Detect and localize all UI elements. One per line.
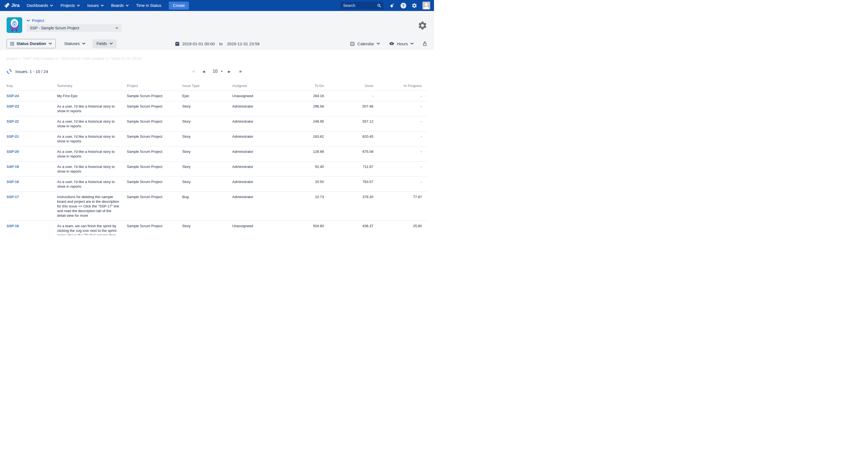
issue-type-cell: Story <box>182 146 232 162</box>
project-avatar <box>7 17 22 33</box>
chevron-down-icon <box>126 5 129 7</box>
create-button[interactable]: Create <box>169 2 189 10</box>
column-header-in-progress: In Progress <box>380 84 427 91</box>
column-header-summary: Summary <box>57 84 127 91</box>
hours-dropdown[interactable]: Hours <box>389 41 414 46</box>
prev-page-icon[interactable]: ◀ <box>202 70 205 73</box>
project-cell: Sample Scrum Project <box>127 192 182 221</box>
chevron-down-icon <box>101 5 104 7</box>
issue-key-link[interactable]: SSP-18 <box>7 180 19 184</box>
issue-row: SSP-18As a user, I'd like a historical s… <box>7 177 427 192</box>
issue-key-cell: SSP-24 <box>7 91 57 101</box>
calendar-dropdown[interactable]: Calendar <box>350 41 380 46</box>
done-cell: 507.48 <box>331 101 380 116</box>
jira-time-in-status-page: Jira DashboardsProjectsIssuesBoardsTime … <box>0 0 434 235</box>
issue-type-cell: Story <box>182 177 232 192</box>
chevron-down-icon <box>82 42 85 45</box>
issue-key-link[interactable]: SSP-22 <box>7 120 19 124</box>
assignee-cell: Administrator <box>232 177 296 192</box>
announcements-icon[interactable] <box>390 3 395 8</box>
issue-key-cell: SSP-22 <box>7 116 57 131</box>
nav-item-dashboards[interactable]: Dashboards <box>27 3 53 8</box>
inprogress-cell: - <box>380 177 427 192</box>
issue-key-link[interactable]: SSP-21 <box>7 134 19 139</box>
project-label: Project <box>32 19 44 23</box>
search-icon[interactable] <box>377 3 381 9</box>
date-range-picker[interactable]: 2019-01-01 00:00 to 2020-12-31 23:59 <box>175 41 259 46</box>
statuses-dropdown[interactable]: Statuses <box>64 41 85 46</box>
todo-cell: 284.16 <box>296 91 331 101</box>
todo-cell: 128.98 <box>296 146 331 162</box>
issue-key-cell: SSP-19 <box>7 162 57 177</box>
inprogress-cell: - <box>380 131 427 146</box>
project-select[interactable]: SSP - Sample Scrum Project <box>27 24 122 32</box>
issue-key-cell: SSP-23 <box>7 101 57 116</box>
first-page-icon[interactable]: « <box>192 69 195 73</box>
issue-row: SSP-20As a user, I'd like a historical s… <box>7 146 427 162</box>
issue-key-link[interactable]: SSP-16 <box>7 224 19 228</box>
column-header-project: Project <box>127 84 182 91</box>
done-cell: 620.45 <box>331 131 380 146</box>
jira-logo[interactable]: Jira <box>4 3 20 8</box>
settings-gear-icon[interactable] <box>411 3 417 8</box>
table-header-row: KeySummaryProjectIssue TypeAssigneeTo Do… <box>7 84 427 91</box>
report-content: project = "SSP" AND created >= "2019-01-… <box>0 57 434 235</box>
assignee-cell: Administrator <box>232 162 296 177</box>
chevron-down-icon <box>115 27 118 29</box>
nav-menu: DashboardsProjectsIssuesBoardsTime in St… <box>27 3 169 8</box>
last-page-icon[interactable]: » <box>239 69 242 73</box>
statuses-label: Statuses <box>64 41 80 46</box>
report-header-band: Project SSP - Sample Scrum Project <box>0 11 434 50</box>
nav-item-projects[interactable]: Projects <box>60 3 80 8</box>
project-cell: Sample Scrum Project <box>127 221 182 235</box>
inprogress-cell: - <box>380 116 427 131</box>
report-settings-gear-icon[interactable] <box>417 21 427 33</box>
user-avatar[interactable] <box>423 2 430 9</box>
refresh-icon[interactable] <box>7 69 12 74</box>
issue-row: SSP-24My First EpicSample Scrum ProjectE… <box>7 91 427 101</box>
project-cell: Sample Scrum Project <box>127 162 182 177</box>
issue-key-link[interactable]: SSP-20 <box>7 149 19 154</box>
report-type-button[interactable]: Status Duration <box>7 39 56 48</box>
summary-cell: My First Epic <box>57 91 127 101</box>
inprogress-cell: 77.87 <box>380 192 427 221</box>
project-cell: Sample Scrum Project <box>127 101 182 116</box>
fields-dropdown[interactable]: Fields <box>93 39 117 48</box>
chevron-down-icon <box>110 42 113 45</box>
export-icon[interactable] <box>422 41 427 46</box>
issue-key-link[interactable]: SSP-19 <box>7 165 19 169</box>
next-page-icon[interactable]: ▶ <box>228 70 230 73</box>
inprogress-cell: - <box>380 101 427 116</box>
nav-item-label: Boards <box>111 3 124 8</box>
todo-cell: 10.73 <box>296 192 331 221</box>
issue-row: SSP-21As a user, I'd like a historical s… <box>7 131 427 146</box>
assignee-cell: Unassigneed <box>232 221 296 235</box>
issues-table: KeySummaryProjectIssue TypeAssigneeTo Do… <box>7 84 427 235</box>
nav-item-issues[interactable]: Issues <box>87 3 104 8</box>
help-glyph: ? <box>401 3 406 8</box>
issue-key-cell: SSP-21 <box>7 131 57 146</box>
todo-cell: 296.58 <box>296 101 331 116</box>
nav-item-time-in-status[interactable]: Time in Status <box>136 3 161 8</box>
column-header-done: Done <box>331 84 380 91</box>
project-cell: Sample Scrum Project <box>127 116 182 131</box>
assignee-cell: Administrator <box>232 116 296 131</box>
date-to-word: to <box>219 41 223 46</box>
help-icon[interactable]: ? <box>401 3 406 8</box>
nav-item-boards[interactable]: Boards <box>111 3 129 8</box>
calendar-icon <box>350 41 355 46</box>
page-size-value[interactable]: 10 <box>213 69 218 73</box>
hours-label: Hours <box>397 41 408 46</box>
jira-brand-text: Jira <box>11 3 20 8</box>
page-size-dropdown-icon[interactable]: ▼ <box>220 70 223 73</box>
project-section-toggle[interactable]: Project <box>27 19 122 23</box>
assignee-cell: Administrator <box>232 101 296 116</box>
issue-key-link[interactable]: SSP-24 <box>7 94 19 98</box>
issue-key-cell: SSP-18 <box>7 177 57 192</box>
todo-cell: 20.50 <box>296 177 331 192</box>
inprogress-cell: - <box>380 162 427 177</box>
issue-key-link[interactable]: SSP-23 <box>7 104 19 108</box>
project-cell: Sample Scrum Project <box>127 146 182 162</box>
done-cell: 557.12 <box>331 116 380 131</box>
issue-key-link[interactable]: SSP-17 <box>7 195 19 199</box>
